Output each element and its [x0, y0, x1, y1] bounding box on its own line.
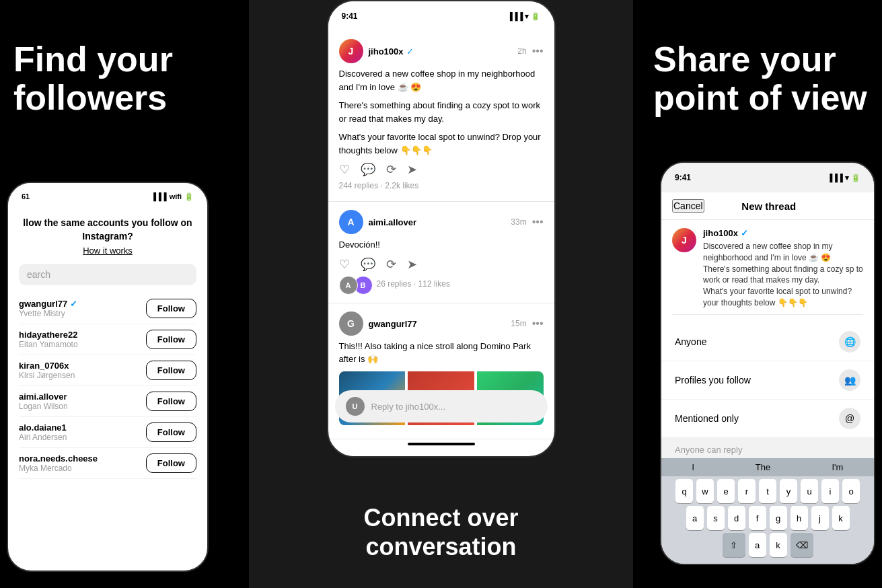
post2-time: 33m — [511, 217, 526, 227]
right-status-time: 9:41 — [675, 173, 691, 182]
post3-user: G gwangurl77 — [339, 311, 417, 336]
user-handle: gwangurl77✓ — [19, 299, 77, 309]
key-g[interactable]: g — [770, 506, 787, 530]
user-name: Yvette Mistry — [19, 309, 77, 318]
post3-username: gwangurl77 — [369, 319, 417, 329]
follow-button[interactable]: Follow — [146, 299, 196, 318]
delete-key[interactable]: ⌫ — [791, 533, 813, 557]
key-w[interactable]: w — [696, 479, 714, 503]
key-t[interactable]: t — [759, 479, 776, 503]
post2-avatar-stack: A B — [339, 276, 373, 295]
follow-button[interactable]: Follow — [146, 453, 196, 473]
user-name: Myka Mercado — [19, 464, 98, 473]
connect-line2: conversation — [365, 533, 516, 560]
key-k[interactable]: k — [832, 506, 850, 530]
post2-share-icon[interactable]: ➤ — [407, 257, 417, 272]
keyboard-suggestion-1[interactable]: l — [692, 462, 694, 472]
anyone-icon: 🌐 — [839, 331, 860, 353]
right-headline: Share your point of view — [653, 40, 869, 117]
post2-actions: ♡ 💬 ⟳ ➤ — [339, 257, 544, 272]
right-panel: Share your point of view 9:41 ▐▐▐ ▾ 🔋 Ca… — [633, 0, 882, 588]
key-o[interactable]: o — [842, 479, 860, 503]
compose-post: J jiho100x ✓ Discovered a new coffee sho… — [672, 228, 863, 315]
new-thread-title: New thread — [741, 200, 796, 212]
key-r[interactable]: r — [738, 479, 756, 503]
right-headline-line1: Share your — [653, 40, 836, 79]
post1-menu-icon[interactable]: ••• — [532, 45, 544, 57]
mentioned-only-icon: @ — [839, 408, 860, 429]
center-bottom-text: Connect over conversation — [249, 503, 633, 561]
post2-menu-icon[interactable]: ••• — [532, 216, 544, 228]
user-handle: nora.needs.cheese — [19, 453, 98, 464]
center-panel: 9:41 ▐▐▐ ▾ 🔋 J jiho100x ✓ — [249, 0, 633, 588]
left-panel: Find your followers 61 ▐▐▐ wifi 🔋 llow t… — [0, 0, 249, 588]
right-phone-mockup: 9:41 ▐▐▐ ▾ 🔋 Cancel New thread J jiho100… — [660, 161, 875, 565]
user-row: alo.daiane1 Airi Andersen Follow — [19, 417, 196, 448]
post1-time: 2h — [517, 46, 526, 56]
post2-repost-icon[interactable]: ⟳ — [386, 257, 396, 272]
compose-area: J jiho100x ✓ Discovered a new coffee sho… — [661, 220, 874, 323]
user-name: Kirsi Jørgensen — [19, 371, 75, 380]
follow-button[interactable]: Follow — [146, 392, 196, 411]
keyboard-toolbar: l The I'm — [661, 458, 874, 476]
key-h[interactable]: h — [791, 506, 808, 530]
home-indicator — [408, 443, 475, 445]
reply-option-following[interactable]: Profiles you follow 👥 — [661, 361, 874, 400]
shift-key[interactable]: ⇧ — [723, 533, 745, 557]
share-icon[interactable]: ➤ — [407, 162, 417, 177]
post2-header: A aimi.allover 33m ••• — [339, 210, 544, 234]
keyboard: l The I'm qwertyuio asdfghjk ⇧ a k ⌫ — [661, 458, 874, 564]
post3-text: This!!! Also taking a nice stroll along … — [339, 340, 544, 366]
reply-bar[interactable]: U Reply to jiho100x... — [335, 390, 548, 422]
key-y[interactable]: y — [780, 479, 797, 503]
post3-header: G gwangurl77 15m ••• — [339, 311, 544, 336]
reply-options-panel: Anyone 🌐 Profiles you follow 👥 Mentioned… — [661, 323, 874, 438]
compose-username: jiho100x ✓ — [703, 228, 863, 238]
user-row: hidayathere22 Eitan Yamamoto Follow — [19, 324, 196, 355]
key-j[interactable]: j — [811, 506, 829, 530]
status-icons: ▐▐▐ wifi 🔋 — [151, 192, 194, 201]
compose-text-area[interactable]: jiho100x ✓ Discovered a new coffee shop … — [703, 228, 863, 309]
repost-icon[interactable]: ⟳ — [386, 162, 396, 177]
key-a[interactable]: a — [686, 506, 704, 530]
follow-button[interactable]: Follow — [146, 422, 196, 442]
key-a[interactable]: a — [749, 533, 766, 557]
key-d[interactable]: d — [728, 506, 745, 530]
key-k[interactable]: k — [770, 533, 787, 557]
search-bar[interactable]: earch — [19, 264, 196, 285]
post2-user: A aimi.allover — [339, 210, 417, 234]
post1-actions: ♡ 💬 ⟳ ➤ — [339, 162, 544, 177]
post1-username-block: jiho100x ✓ — [369, 46, 414, 57]
right-headline-line2: point of view — [653, 78, 867, 117]
headline-line2: followers — [13, 78, 167, 117]
post2-avatar: A — [339, 210, 363, 234]
key-u[interactable]: u — [801, 479, 818, 503]
key-f[interactable]: f — [749, 506, 766, 530]
follow-button[interactable]: Follow — [146, 330, 196, 349]
comment-icon[interactable]: 💬 — [361, 162, 375, 177]
user-handle: alo.daiane1 — [19, 422, 67, 433]
like-icon[interactable]: ♡ — [339, 162, 350, 177]
post3-menu-icon[interactable]: ••• — [532, 318, 544, 330]
left-headline: Find your followers — [13, 40, 229, 117]
key-q[interactable]: q — [675, 479, 693, 503]
key-e[interactable]: e — [717, 479, 735, 503]
profiles-follow-icon: 👥 — [839, 369, 860, 391]
post2-like-icon[interactable]: ♡ — [339, 257, 350, 272]
reply-option-mentioned[interactable]: Mentioned only @ — [661, 400, 874, 438]
key-i[interactable]: i — [821, 479, 839, 503]
compose-text1: Discovered a new coffee shop in my neigh… — [703, 241, 863, 264]
compose-avatar: J — [672, 228, 696, 252]
right-phone-status-bar: 9:41 ▐▐▐ ▾ 🔋 — [661, 163, 874, 192]
key-s[interactable]: s — [707, 506, 725, 530]
keyboard-row1: qwertyuio — [664, 479, 871, 503]
post1-header: J jiho100x ✓ 2h ••• — [339, 39, 544, 63]
how-it-works-link[interactable]: How it works — [19, 246, 196, 256]
cancel-button[interactable]: Cancel — [672, 199, 704, 213]
reply-option-anyone[interactable]: Anyone 🌐 — [661, 323, 874, 361]
keyboard-suggestion-2[interactable]: The — [756, 462, 770, 472]
follow-button[interactable]: Follow — [146, 361, 196, 380]
new-thread-header: Cancel New thread — [661, 192, 874, 220]
keyboard-suggestion-3[interactable]: I'm — [832, 462, 843, 472]
post2-comment-icon[interactable]: 💬 — [361, 257, 375, 272]
